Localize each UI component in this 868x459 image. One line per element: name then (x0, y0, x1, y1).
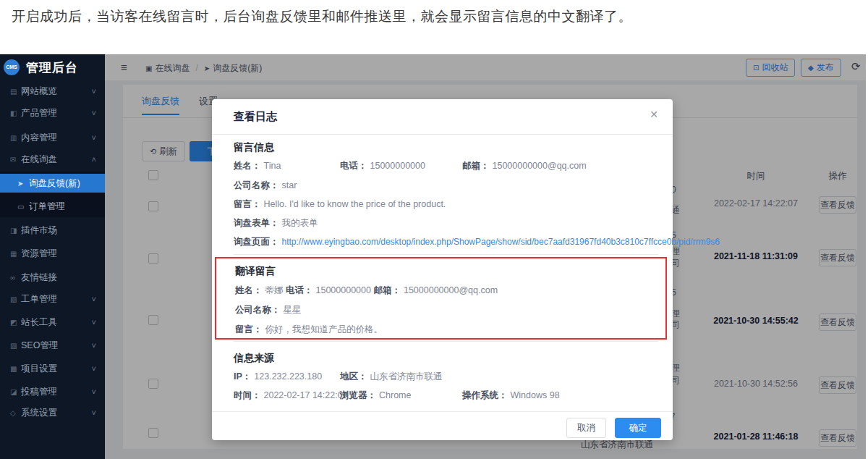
confirm-button[interactable]: 确定 (615, 418, 661, 438)
sidebar-item-site-overview[interactable]: ▤网站概览˅ (0, 80, 105, 103)
chevron-down-icon: ˅ (92, 380, 96, 403)
content-icon: ▥ (10, 127, 21, 150)
message-label: 留言： (235, 324, 263, 334)
divider (234, 341, 658, 342)
ip-value: 123.232.223.180 (254, 371, 322, 382)
logo-row: CMS 管理后台 (0, 54, 105, 80)
message-fields-row: 姓名：Tina 电话：15000000000 邮箱：15000000000@qq… (234, 160, 658, 173)
close-icon[interactable]: ✕ (650, 109, 658, 120)
order-icon: ▭ (17, 198, 29, 216)
email-label: 邮箱： (373, 285, 401, 295)
sidebar-item-webmaster-tools[interactable]: ◩站长工具˅ (0, 311, 105, 334)
inquiry-page-link[interactable]: http://www.eyingbao.com/desktop/index.ph… (282, 237, 720, 247)
cms-logo: CMS (4, 59, 20, 75)
translated-fields-row: 姓名：蒂娜 电话：15000000000 邮箱：15000000000@qq.c… (235, 285, 658, 298)
name-value: Tina (264, 161, 281, 171)
email-value: 15000000000@qq.com (404, 285, 498, 295)
divider (212, 411, 673, 412)
plugin-icon: ◨ (10, 219, 21, 243)
sidebar: CMS 管理后台 ▤网站概览˅ ◧产品管理˅ ▥内容管理˅ ✉在线询盘˄ ➤询盘… (0, 54, 105, 459)
company-value: 星星 (284, 305, 302, 315)
browser-label: 浏览器： (340, 390, 376, 400)
link-icon: ∞ (10, 266, 21, 290)
translated-message-highlight-box: 翻译留言 姓名：蒂娜 电话：15000000000 邮箱：15000000000… (215, 257, 667, 340)
translated-message-row: 留言：你好，我想知道产品的价格。 (235, 324, 658, 337)
message-label: 留言： (234, 199, 261, 209)
system-icon: ◇ (10, 402, 21, 425)
page-label: 询盘页面： (234, 237, 279, 247)
sidebar-item-project-settings[interactable]: ▩项目设置˅ (0, 357, 105, 380)
admin-app: 询盘反馈 设置 ⟲刷新 下载 时间 操作 2022-02-17 14:22:07… (0, 54, 866, 459)
chevron-down-icon: ˅ (92, 287, 96, 311)
form-label: 询盘表单： (234, 218, 279, 228)
phone-label: 电话： (286, 285, 313, 295)
section-message-source: 信息来源 (234, 352, 274, 365)
sidebar-item-ticket-mgmt[interactable]: ▧工单管理˅ (0, 287, 105, 311)
app-title: 管理后台 (26, 59, 78, 76)
company-row: 公司名称：star (234, 180, 658, 193)
inquiry-page-row: 询盘页面：http://www.eyingbao.com/desktop/ind… (234, 236, 658, 249)
ip-label: IP： (234, 371, 251, 382)
sidebar-item-online-inquiry[interactable]: ✉在线询盘˄ (0, 148, 105, 171)
source-row-1: IP：123.232.223.180 地区：山东省济南市联通 (234, 371, 658, 384)
message-row: 留言：Hello. I'd like to know the price of … (234, 198, 658, 211)
source-row-2: 时间：2022-02-17 14:22:07 浏览器：Chrome 操作系统：W… (234, 389, 658, 403)
view-log-modal: 查看日志 ✕ 留言信息 姓名：Tina 电话：15000000000 邮箱：15… (212, 99, 673, 440)
os-label: 操作系统： (462, 390, 508, 400)
chevron-down-icon: ˅ (92, 334, 96, 357)
sidebar-item-resource-mgmt[interactable]: ▦资源管理 (0, 242, 105, 265)
phone-value: 15000000000 (370, 161, 425, 171)
sidebar-item-system-settings[interactable]: ◇系统设置˅ (0, 401, 105, 424)
name-value: 蒂娜 (265, 285, 284, 295)
cancel-button[interactable]: 取消 (566, 418, 606, 438)
sidebar-item-plugin-market[interactable]: ◨插件市场 (0, 219, 105, 242)
name-label: 姓名： (235, 285, 263, 295)
name-label: 姓名： (234, 161, 261, 171)
phone-value: 15000000000 (315, 285, 370, 295)
chevron-down-icon: ˅ (92, 101, 96, 125)
section-message-info: 留言信息 (234, 141, 274, 154)
divider (212, 134, 673, 135)
paper-plane-icon: ➤ (17, 174, 29, 193)
inquiry-form-row: 询盘表单：我的表单 (234, 217, 658, 230)
form-value: 我的表单 (282, 218, 318, 228)
sidebar-item-submission-mgmt[interactable]: ◪投稿管理˅ (0, 380, 105, 403)
chevron-up-icon: ˄ (92, 148, 96, 171)
chevron-down-icon: ˅ (92, 311, 96, 334)
modal-title: 查看日志 (234, 110, 277, 124)
os-value: Windows 98 (511, 390, 560, 400)
sidebar-item-content-mgmt[interactable]: ▥内容管理˅ (0, 126, 105, 149)
sidebar-item-product-mgmt[interactable]: ◧产品管理˅ (0, 101, 105, 125)
tools-icon: ◩ (10, 311, 21, 334)
mail-icon: ✉ (10, 148, 21, 172)
company-label: 公司名称： (235, 305, 281, 315)
region-value: 山东省济南市联通 (370, 371, 443, 382)
sidebar-item-friend-links[interactable]: ∞友情链接 (0, 266, 105, 289)
chevron-down-icon: ˅ (92, 357, 96, 380)
sidebar-item-order-mgmt[interactable]: ▭订单管理 (0, 197, 105, 216)
overview-icon: ▤ (10, 80, 21, 104)
message-value: Hello. I'd like to know the price of the… (264, 199, 446, 209)
ticket-icon: ▧ (10, 288, 21, 311)
phone-label: 电话： (340, 161, 367, 171)
project-icon: ▩ (10, 358, 21, 381)
translated-company-row: 公司名称：星星 (235, 304, 658, 317)
company-label: 公司名称： (234, 180, 279, 190)
browser-value: Chrome (379, 390, 411, 400)
message-value: 你好，我想知道产品的价格。 (265, 324, 383, 334)
time-label: 时间： (234, 390, 261, 400)
sidebar-item-inquiry-feedback-active[interactable]: ➤询盘反馈(新) (0, 174, 105, 193)
product-icon: ◧ (10, 102, 21, 125)
email-value: 15000000000@qq.com (493, 161, 587, 171)
time-value: 2022-02-17 14:22:07 (264, 390, 348, 400)
resource-icon: ▦ (10, 243, 21, 266)
page-caption: 开启成功后，当访客在线留言时，后台询盘反馈里和邮件推送里，就会显示留言信息的中文… (12, 7, 632, 26)
sidebar-item-seo-mgmt[interactable]: ▨SEO管理˅ (0, 334, 105, 357)
chevron-down-icon: ˅ (92, 126, 96, 149)
region-label: 地区： (340, 371, 367, 382)
chevron-down-icon: ˅ (92, 80, 96, 103)
seo-icon: ▨ (10, 334, 21, 358)
divider (234, 254, 658, 255)
sidebar-submenu: ➤询盘反馈(新) ▭订单管理 (0, 172, 105, 217)
company-value: star (282, 180, 297, 190)
